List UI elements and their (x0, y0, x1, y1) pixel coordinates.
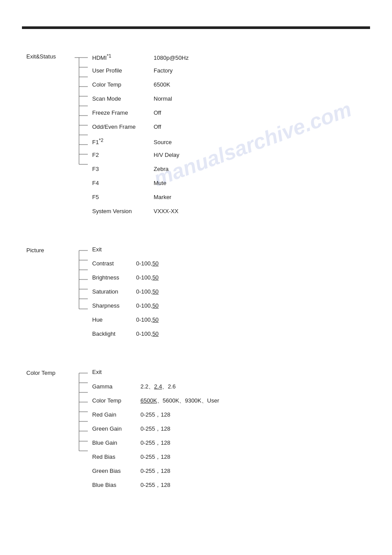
list-item: Color Temp 6500K、5600K、9300K、User (92, 397, 219, 406)
item-name: Green Gain (92, 425, 140, 432)
item-value: VXXX-XX (154, 208, 178, 214)
item-name: HDMI*1 (92, 53, 154, 61)
list-item: HDMI*1 1080p@50Hz (92, 53, 189, 63)
item-name: Freeze Frame (92, 109, 154, 116)
list-item: Saturation 0-100,50 (92, 288, 158, 298)
item-value: 2.2、2.4、2.6 (140, 383, 176, 391)
item-value: 6500K、5600K、9300K、User (140, 397, 219, 405)
item-name: Sharpness (92, 302, 136, 309)
item-value: 6500K (154, 81, 170, 88)
color-temp-section: Color Temp Exit Gamma 2.2、2.4、2.6 Co (26, 369, 392, 495)
item-value: Normal (154, 95, 172, 102)
picture-section: Picture Exit Contrast 0-100,50 Brightnes… (26, 246, 392, 345)
item-name: Red Gain (92, 411, 140, 418)
exit-status-section: Exit&Status HDMI*1 (26, 53, 392, 222)
item-name: Saturation (92, 288, 136, 295)
item-value: 0-100,50 (136, 302, 158, 309)
list-item: Exit (92, 246, 158, 256)
list-item: Backlight 0-100,50 (92, 330, 158, 340)
item-name: Hue (92, 316, 136, 323)
item-value: H/V Delay (154, 152, 180, 158)
item-value: 0-100,50 (136, 260, 158, 267)
item-name: Contrast (92, 260, 136, 267)
list-item: Blue Bias 0-255，128 (92, 481, 219, 491)
item-name: Backlight (92, 330, 136, 337)
list-item: Contrast 0-100,50 (92, 260, 158, 270)
list-item: Odd/Even Frame Off (92, 123, 189, 133)
list-item: F5 Marker (92, 194, 189, 203)
item-value: Factory (154, 67, 173, 74)
list-item: Gamma 2.2、2.4、2.6 (92, 383, 219, 392)
list-item: Scan Mode Normal (92, 95, 189, 105)
item-name: Blue Gain (92, 439, 140, 446)
item-name: F3 (92, 166, 154, 172)
item-name: Green Bias (92, 468, 140, 474)
item-name: Brightness (92, 274, 136, 281)
list-item: F3 Zebra (92, 166, 189, 175)
picture-menu: Exit Contrast 0-100,50 Brightness 0-100,… (92, 246, 158, 345)
list-item: Sharpness 0-100,50 (92, 302, 158, 312)
item-name: Exit (92, 369, 140, 375)
item-name: Red Bias (92, 453, 140, 460)
item-name: System Version (92, 208, 154, 214)
item-value: 0-100,50 (136, 288, 158, 295)
item-name: Color Temp (92, 81, 154, 88)
item-value: 0-255，128 (140, 425, 170, 433)
item-value: Off (154, 109, 161, 116)
list-item: Color Temp 6500K (92, 81, 189, 91)
list-item: Green Gain 0-255，128 (92, 425, 219, 435)
item-name: F4 (92, 180, 154, 186)
item-name: F1*2 (92, 138, 154, 145)
item-name: F2 (92, 152, 154, 158)
exit-status-menu: HDMI*1 1080p@50Hz User Profile Factory C… (92, 53, 189, 222)
item-value: 0-255，128 (140, 439, 170, 447)
item-name: Odd/Even Frame (92, 123, 154, 130)
item-name: Exit (92, 246, 136, 253)
list-item: F2 H/V Delay (92, 152, 189, 161)
item-name: Scan Mode (92, 95, 154, 102)
picture-label: Picture (26, 246, 70, 254)
color-temp-menu: Exit Gamma 2.2、2.4、2.6 Color Temp 6500K、… (92, 369, 219, 495)
list-item: System Version VXXX-XX (92, 208, 189, 218)
exit-status-tree-svg (75, 53, 92, 169)
list-item: Brightness 0-100,50 (92, 274, 158, 284)
item-name: Gamma (92, 383, 140, 390)
item-value: Mute (154, 180, 166, 186)
list-item: Exit (92, 369, 219, 378)
picture-tree-svg (75, 246, 92, 314)
item-value: 0-255，128 (140, 481, 170, 489)
exit-status-label: Exit&Status (26, 53, 70, 60)
item-name: Blue Bias (92, 482, 140, 488)
item-value: 0-100,50 (136, 330, 158, 337)
list-item: Green Bias 0-255，128 (92, 467, 219, 477)
item-name: Color Temp (92, 397, 140, 404)
item-value: 0-100,50 (136, 274, 158, 281)
item-value: 1080p@50Hz (154, 54, 189, 61)
list-item: Hue 0-100,50 (92, 316, 158, 326)
color-temp-label: Color Temp (26, 369, 70, 376)
list-item: Blue Gain 0-255，128 (92, 439, 219, 449)
list-item: User Profile Factory (92, 67, 189, 77)
item-name: F5 (92, 194, 154, 200)
item-value: Zebra (154, 166, 169, 172)
item-value: 0-255，128 (140, 453, 170, 461)
item-value: 0-255，128 (140, 467, 170, 475)
item-value: Off (154, 123, 161, 130)
list-item: Red Bias 0-255，128 (92, 453, 219, 463)
top-bar (22, 26, 370, 29)
list-item: Red Gain 0-255，128 (92, 411, 219, 421)
item-value: Source (154, 139, 172, 145)
color-temp-tree-svg (75, 369, 92, 456)
item-value: 0-255，128 (140, 411, 170, 419)
item-value: 0-100,50 (136, 316, 158, 323)
item-name: User Profile (92, 67, 154, 74)
list-item: F4 Mute (92, 180, 189, 189)
item-value: Marker (154, 194, 171, 200)
list-item: F1*2 Source (92, 138, 189, 147)
list-item: Freeze Frame Off (92, 109, 189, 119)
